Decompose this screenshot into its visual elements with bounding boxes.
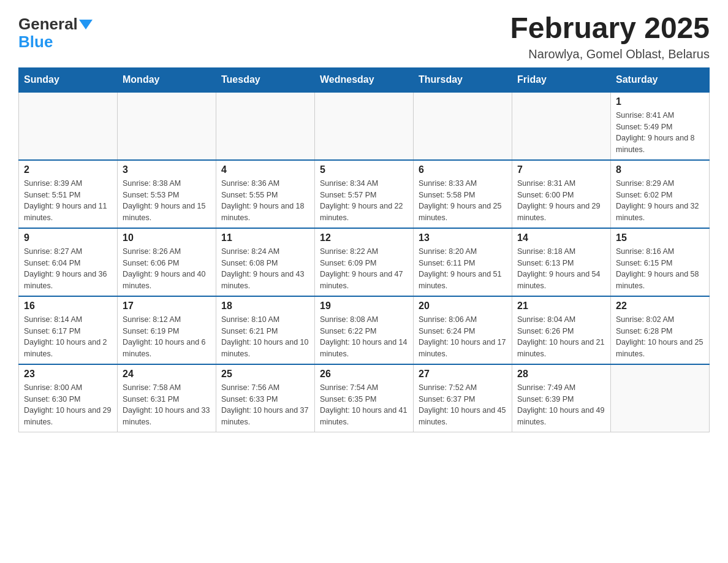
day-info: Sunrise: 7:58 AM Sunset: 6:31 PM Dayligh… xyxy=(123,382,211,428)
calendar-day-cell: 7Sunrise: 8:31 AM Sunset: 6:00 PM Daylig… xyxy=(512,160,611,228)
day-info: Sunrise: 8:20 AM Sunset: 6:11 PM Dayligh… xyxy=(419,246,507,292)
day-info: Sunrise: 8:41 AM Sunset: 5:49 PM Dayligh… xyxy=(616,110,704,156)
calendar-day-cell: 25Sunrise: 7:56 AM Sunset: 6:33 PM Dayli… xyxy=(216,364,315,432)
calendar-day-cell: 13Sunrise: 8:20 AM Sunset: 6:11 PM Dayli… xyxy=(414,228,512,296)
calendar-subtitle: Narowlya, Gomel Oblast, Belarus xyxy=(510,47,710,61)
day-number: 19 xyxy=(320,301,408,312)
calendar-day-cell: 1Sunrise: 8:41 AM Sunset: 5:49 PM Daylig… xyxy=(611,92,710,160)
calendar-day-cell xyxy=(19,92,118,160)
calendar-day-cell: 26Sunrise: 7:54 AM Sunset: 6:35 PM Dayli… xyxy=(315,364,414,432)
calendar-day-cell: 19Sunrise: 8:08 AM Sunset: 6:22 PM Dayli… xyxy=(315,296,414,364)
calendar-title: February 2025 xyxy=(510,12,710,45)
page-header: General Blue February 2025 Narowlya, Gom… xyxy=(18,12,710,61)
calendar-day-cell: 17Sunrise: 8:12 AM Sunset: 6:19 PM Dayli… xyxy=(118,296,216,364)
day-info: Sunrise: 8:00 AM Sunset: 6:30 PM Dayligh… xyxy=(24,382,112,428)
calendar-week-row: 23Sunrise: 8:00 AM Sunset: 6:30 PM Dayli… xyxy=(19,364,710,432)
day-number: 4 xyxy=(221,164,309,175)
day-of-week-header: Wednesday xyxy=(315,67,414,92)
calendar-day-cell: 21Sunrise: 8:04 AM Sunset: 6:26 PM Dayli… xyxy=(512,296,611,364)
day-info: Sunrise: 8:22 AM Sunset: 6:09 PM Dayligh… xyxy=(320,246,408,292)
logo-blue: Blue xyxy=(18,33,53,51)
calendar-day-cell: 11Sunrise: 8:24 AM Sunset: 6:08 PM Dayli… xyxy=(216,228,315,296)
day-info: Sunrise: 8:06 AM Sunset: 6:24 PM Dayligh… xyxy=(419,314,507,360)
day-info: Sunrise: 8:38 AM Sunset: 5:53 PM Dayligh… xyxy=(123,178,211,224)
day-info: Sunrise: 8:36 AM Sunset: 5:55 PM Dayligh… xyxy=(221,178,309,224)
day-number: 13 xyxy=(419,232,507,243)
day-info: Sunrise: 7:54 AM Sunset: 6:35 PM Dayligh… xyxy=(320,382,408,428)
day-info: Sunrise: 8:04 AM Sunset: 6:26 PM Dayligh… xyxy=(517,314,605,360)
day-number: 18 xyxy=(221,301,309,312)
day-info: Sunrise: 8:34 AM Sunset: 5:57 PM Dayligh… xyxy=(320,178,408,224)
calendar-day-cell: 4Sunrise: 8:36 AM Sunset: 5:55 PM Daylig… xyxy=(216,160,315,228)
title-section: February 2025 Narowlya, Gomel Oblast, Be… xyxy=(510,12,710,61)
day-number: 26 xyxy=(320,369,408,380)
logo-general: General xyxy=(18,15,78,33)
calendar-day-cell: 3Sunrise: 8:38 AM Sunset: 5:53 PM Daylig… xyxy=(118,160,216,228)
calendar-day-cell: 6Sunrise: 8:33 AM Sunset: 5:58 PM Daylig… xyxy=(414,160,512,228)
day-info: Sunrise: 8:33 AM Sunset: 5:58 PM Dayligh… xyxy=(419,178,507,224)
day-info: Sunrise: 8:31 AM Sunset: 6:00 PM Dayligh… xyxy=(517,178,605,224)
day-number: 1 xyxy=(616,96,704,107)
day-info: Sunrise: 8:18 AM Sunset: 6:13 PM Dayligh… xyxy=(517,246,605,292)
calendar-day-cell: 24Sunrise: 7:58 AM Sunset: 6:31 PM Dayli… xyxy=(118,364,216,432)
calendar-day-cell: 15Sunrise: 8:16 AM Sunset: 6:15 PM Dayli… xyxy=(611,228,710,296)
logo-arrow-icon xyxy=(79,20,93,29)
calendar-day-cell: 23Sunrise: 8:00 AM Sunset: 6:30 PM Dayli… xyxy=(19,364,118,432)
day-info: Sunrise: 8:14 AM Sunset: 6:17 PM Dayligh… xyxy=(24,314,112,360)
day-of-week-header: Monday xyxy=(118,67,216,92)
day-info: Sunrise: 8:29 AM Sunset: 6:02 PM Dayligh… xyxy=(616,178,704,224)
day-number: 22 xyxy=(616,301,704,312)
day-of-week-header: Friday xyxy=(512,67,611,92)
logo: General Blue xyxy=(18,12,93,50)
calendar-day-cell xyxy=(611,364,710,432)
day-number: 2 xyxy=(24,164,112,175)
day-number: 23 xyxy=(24,369,112,380)
day-info: Sunrise: 8:08 AM Sunset: 6:22 PM Dayligh… xyxy=(320,314,408,360)
svg-marker-0 xyxy=(79,20,93,29)
day-info: Sunrise: 7:56 AM Sunset: 6:33 PM Dayligh… xyxy=(221,382,309,428)
day-number: 7 xyxy=(517,164,605,175)
day-number: 15 xyxy=(616,232,704,243)
calendar-week-row: 9Sunrise: 8:27 AM Sunset: 6:04 PM Daylig… xyxy=(19,228,710,296)
calendar-header-row: SundayMondayTuesdayWednesdayThursdayFrid… xyxy=(19,67,710,92)
day-number: 9 xyxy=(24,232,112,243)
calendar-day-cell: 27Sunrise: 7:52 AM Sunset: 6:37 PM Dayli… xyxy=(414,364,512,432)
calendar-day-cell xyxy=(118,92,216,160)
calendar-day-cell: 9Sunrise: 8:27 AM Sunset: 6:04 PM Daylig… xyxy=(19,228,118,296)
day-number: 20 xyxy=(419,301,507,312)
day-number: 14 xyxy=(517,232,605,243)
day-info: Sunrise: 8:27 AM Sunset: 6:04 PM Dayligh… xyxy=(24,246,112,292)
calendar-day-cell xyxy=(315,92,414,160)
calendar-day-cell: 18Sunrise: 8:10 AM Sunset: 6:21 PM Dayli… xyxy=(216,296,315,364)
calendar-day-cell: 12Sunrise: 8:22 AM Sunset: 6:09 PM Dayli… xyxy=(315,228,414,296)
calendar-week-row: 16Sunrise: 8:14 AM Sunset: 6:17 PM Dayli… xyxy=(19,296,710,364)
calendar-table: SundayMondayTuesdayWednesdayThursdayFrid… xyxy=(18,67,710,432)
calendar-week-row: 1Sunrise: 8:41 AM Sunset: 5:49 PM Daylig… xyxy=(19,92,710,160)
calendar-day-cell: 2Sunrise: 8:39 AM Sunset: 5:51 PM Daylig… xyxy=(19,160,118,228)
calendar-day-cell: 8Sunrise: 8:29 AM Sunset: 6:02 PM Daylig… xyxy=(611,160,710,228)
day-number: 6 xyxy=(419,164,507,175)
day-info: Sunrise: 8:26 AM Sunset: 6:06 PM Dayligh… xyxy=(123,246,211,292)
day-number: 25 xyxy=(221,369,309,380)
day-info: Sunrise: 8:12 AM Sunset: 6:19 PM Dayligh… xyxy=(123,314,211,360)
day-of-week-header: Tuesday xyxy=(216,67,315,92)
day-number: 27 xyxy=(419,369,507,380)
calendar-day-cell: 5Sunrise: 8:34 AM Sunset: 5:57 PM Daylig… xyxy=(315,160,414,228)
calendar-day-cell: 22Sunrise: 8:02 AM Sunset: 6:28 PM Dayli… xyxy=(611,296,710,364)
calendar-day-cell: 28Sunrise: 7:49 AM Sunset: 6:39 PM Dayli… xyxy=(512,364,611,432)
day-number: 24 xyxy=(123,369,211,380)
day-number: 11 xyxy=(221,232,309,243)
day-info: Sunrise: 8:10 AM Sunset: 6:21 PM Dayligh… xyxy=(221,314,309,360)
day-info: Sunrise: 7:52 AM Sunset: 6:37 PM Dayligh… xyxy=(419,382,507,428)
day-info: Sunrise: 8:24 AM Sunset: 6:08 PM Dayligh… xyxy=(221,246,309,292)
day-of-week-header: Sunday xyxy=(19,67,118,92)
day-number: 28 xyxy=(517,369,605,380)
calendar-week-row: 2Sunrise: 8:39 AM Sunset: 5:51 PM Daylig… xyxy=(19,160,710,228)
calendar-day-cell: 10Sunrise: 8:26 AM Sunset: 6:06 PM Dayli… xyxy=(118,228,216,296)
day-of-week-header: Saturday xyxy=(611,67,710,92)
day-number: 3 xyxy=(123,164,211,175)
calendar-day-cell xyxy=(414,92,512,160)
day-number: 12 xyxy=(320,232,408,243)
calendar-day-cell: 14Sunrise: 8:18 AM Sunset: 6:13 PM Dayli… xyxy=(512,228,611,296)
day-number: 10 xyxy=(123,232,211,243)
